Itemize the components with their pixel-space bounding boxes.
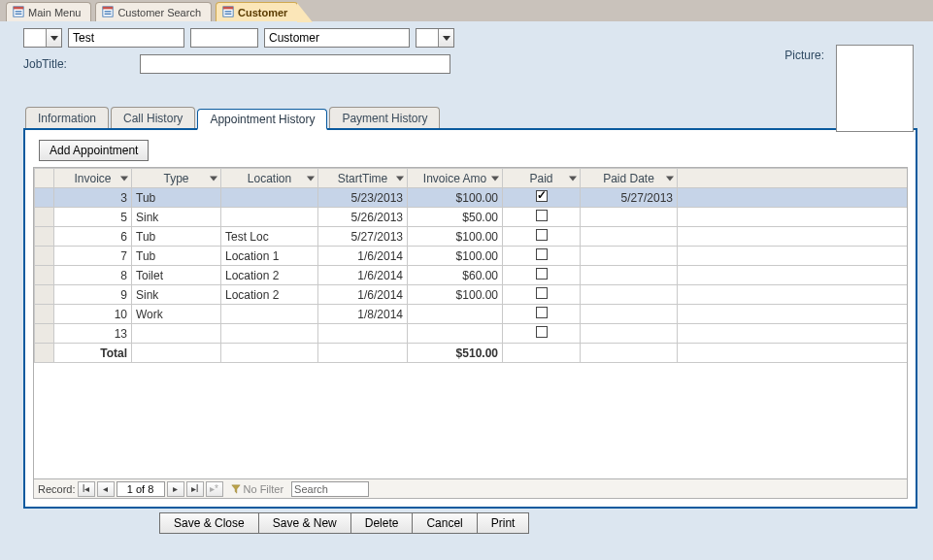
row-selector[interactable] [35, 266, 54, 285]
cell-invoice[interactable]: 5 [54, 208, 132, 227]
checkbox-icon[interactable] [536, 210, 548, 221]
cell-starttime[interactable]: 1/8/2014 [318, 305, 408, 324]
cell-type[interactable]: Tub [132, 188, 221, 208]
checkbox-icon[interactable] [536, 326, 548, 338]
cell-amount[interactable]: $100.00 [408, 227, 503, 247]
chevron-down-icon[interactable] [46, 29, 61, 47]
column-header-starttime[interactable]: StartTime [318, 169, 408, 188]
nav-new-button[interactable]: ▸* [206, 481, 223, 497]
cell-amount[interactable]: $60.00 [408, 266, 503, 285]
cell-invoice[interactable]: 7 [54, 247, 132, 266]
column-header-invoice-amo[interactable]: Invoice Amo [408, 169, 503, 188]
column-header-location[interactable]: Location [221, 169, 318, 188]
chevron-down-icon[interactable] [491, 176, 499, 181]
chevron-down-icon[interactable] [120, 176, 128, 181]
suffix-combo[interactable] [416, 28, 454, 48]
cell-type[interactable]: Tub [132, 227, 221, 247]
cancel-button[interactable]: Cancel [412, 512, 476, 534]
cell-paid-date[interactable] [581, 208, 678, 227]
save-new-button[interactable]: Save & New [258, 512, 350, 534]
cell-amount[interactable]: $100.00 [408, 188, 503, 208]
chevron-down-icon[interactable] [307, 176, 315, 181]
nav-first-button[interactable]: I◂ [78, 481, 95, 497]
no-filter-indicator[interactable]: No Filter [231, 483, 284, 495]
cell-location[interactable]: Location 2 [221, 266, 318, 285]
checkbox-icon[interactable] [536, 248, 548, 260]
checkbox-icon[interactable] [536, 190, 548, 202]
chevron-down-icon[interactable] [569, 176, 577, 181]
cell-invoice[interactable]: 6 [54, 227, 132, 247]
jobtitle-input[interactable] [140, 54, 450, 74]
salutation-combo[interactable] [23, 28, 62, 48]
table-row[interactable]: 10 Work 1/8/2014 [35, 305, 908, 324]
checkbox-icon[interactable] [536, 229, 548, 241]
table-row[interactable]: 3 Tub 5/23/2013 $100.00 5/27/2013 [35, 188, 908, 208]
tab-payment-history[interactable]: Payment History [329, 107, 440, 128]
column-header-type[interactable]: Type [132, 169, 221, 188]
save-close-button[interactable]: Save & Close [159, 512, 258, 534]
nav-prev-button[interactable]: ◂ [97, 481, 115, 497]
chevron-down-icon[interactable] [210, 176, 217, 181]
table-row[interactable]: 9 Sink Location 2 1/6/2014 $100.00 [35, 285, 908, 305]
cell-location[interactable] [221, 208, 318, 227]
cell-location[interactable]: Test Loc [221, 227, 318, 247]
cell-type[interactable]: Sink [132, 285, 221, 305]
cell-type[interactable]: Work [132, 305, 221, 324]
delete-button[interactable]: Delete [350, 512, 413, 534]
table-row[interactable]: 8 Toilet Location 2 1/6/2014 $60.00 [35, 266, 908, 285]
tab-call-history[interactable]: Call History [111, 107, 195, 128]
cell-starttime[interactable]: 1/6/2014 [318, 285, 408, 305]
cell-paid[interactable] [503, 285, 581, 305]
record-position-input[interactable] [117, 481, 165, 497]
table-row[interactable]: 13 [35, 324, 908, 344]
cell-starttime[interactable]: 5/26/2013 [318, 208, 408, 227]
table-row[interactable]: 5 Sink 5/26/2013 $50.00 [35, 208, 908, 227]
cell-paid[interactable] [503, 247, 581, 266]
cell-amount[interactable]: $100.00 [408, 285, 503, 305]
cell-amount[interactable] [408, 324, 503, 344]
tab-information[interactable]: Information [25, 107, 109, 128]
chevron-down-icon[interactable] [396, 176, 404, 181]
row-selector[interactable] [35, 247, 54, 266]
column-header-paid[interactable]: Paid [503, 169, 581, 188]
cell-paid[interactable] [503, 324, 581, 344]
cell-paid[interactable] [503, 188, 581, 208]
row-selector[interactable] [35, 285, 54, 305]
cell-starttime[interactable]: 5/23/2013 [318, 188, 408, 208]
cell-invoice[interactable]: 9 [54, 285, 132, 305]
cell-location[interactable]: Location 1 [221, 247, 318, 266]
cell-amount[interactable] [408, 305, 503, 324]
cell-paid-date[interactable] [581, 227, 678, 247]
cell-paid[interactable] [503, 305, 581, 324]
cell-starttime[interactable]: 5/27/2013 [318, 227, 408, 247]
cell-paid-date[interactable] [581, 247, 678, 266]
document-tab-main-menu[interactable]: Main Menu [6, 2, 91, 21]
row-selector[interactable] [35, 227, 54, 247]
print-button[interactable]: Print [477, 512, 530, 534]
cell-paid[interactable] [503, 266, 581, 285]
checkbox-icon[interactable] [536, 287, 548, 299]
cell-invoice[interactable]: 8 [54, 266, 132, 285]
cell-starttime[interactable] [318, 324, 408, 344]
row-selector[interactable] [35, 324, 54, 344]
cell-type[interactable]: Sink [132, 208, 221, 227]
column-header-paid-date[interactable]: Paid Date [581, 169, 678, 188]
cell-paid[interactable] [503, 227, 581, 247]
cell-type[interactable]: Toilet [132, 266, 221, 285]
select-all-corner[interactable] [35, 169, 54, 188]
document-tab-customer-search[interactable]: Customer Search [95, 2, 212, 21]
cell-paid-date[interactable] [581, 266, 678, 285]
document-tab-customer[interactable]: Customer [216, 2, 298, 21]
cell-starttime[interactable]: 1/6/2014 [318, 266, 408, 285]
record-search-input[interactable] [291, 481, 369, 497]
last-name-input[interactable] [264, 28, 410, 48]
add-appointment-button[interactable]: Add Appointment [39, 140, 149, 161]
appointments-table[interactable]: InvoiceTypeLocationStartTimeInvoice AmoP… [34, 168, 907, 363]
cell-invoice[interactable]: 3 [54, 188, 132, 208]
cell-paid-date[interactable] [581, 285, 678, 305]
tab-appointment-history[interactable]: Appointment History [197, 109, 327, 130]
cell-paid-date[interactable] [581, 324, 678, 344]
cell-type[interactable] [132, 324, 221, 344]
nav-next-button[interactable]: ▸ [167, 481, 184, 497]
cell-invoice[interactable]: 13 [54, 324, 132, 344]
